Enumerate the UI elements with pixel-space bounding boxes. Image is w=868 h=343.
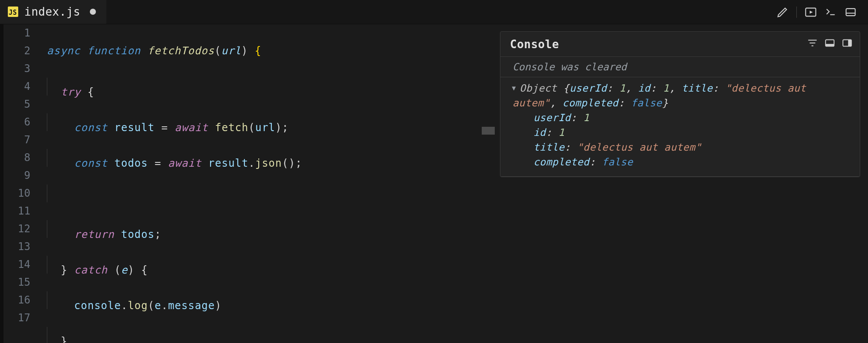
line-number: 12 (3, 220, 30, 238)
filter-icon[interactable] (807, 37, 818, 51)
line-number: 9 (3, 167, 30, 185)
console-header: Console (500, 32, 860, 57)
code-content[interactable]: async function fetchTodos(url) { try { c… (40, 24, 490, 343)
tab-bar: JS index.js (0, 0, 868, 24)
line-number: 4 (3, 78, 30, 96)
line-number: 15 (3, 274, 30, 291)
line-gutter: 1 2 3 4 5 6 7 8 9 10 11 12 13 14 15 16 1… (3, 24, 40, 343)
console-title: Console (510, 38, 559, 51)
line-number: 5 (3, 96, 30, 113)
line-number: 2 (3, 42, 30, 60)
js-file-icon: JS (8, 7, 18, 17)
panel-right-icon[interactable] (842, 37, 853, 51)
svg-rect-5 (848, 40, 852, 46)
file-tab-indexjs[interactable]: JS index.js (0, 0, 106, 24)
line-number: 16 (3, 291, 30, 309)
console-cleared-message: Console was cleared (500, 57, 860, 77)
line-number: 14 (3, 256, 30, 274)
main-split: 1 2 3 4 5 6 7 8 9 10 11 12 13 14 15 16 1… (0, 24, 868, 343)
line-number: 7 (3, 131, 30, 149)
unsaved-indicator-icon (90, 9, 96, 15)
line-number: 3 (3, 60, 30, 78)
editor-scrollbar-thumb[interactable] (482, 127, 495, 135)
code-editor[interactable]: 1 2 3 4 5 6 7 8 9 10 11 12 13 14 15 16 1… (0, 24, 490, 343)
line-number: 13 (3, 238, 30, 256)
file-tab-label: index.js (24, 5, 80, 18)
panel-bottom-icon[interactable] (824, 37, 835, 51)
console-log-entry[interactable]: ▾Object {userId: 1, id: 1, title: "delec… (500, 77, 860, 177)
line-number: 1 (3, 24, 30, 42)
app-root: JS index.js 1 2 3 (0, 0, 868, 343)
terminal-icon[interactable] (825, 6, 837, 18)
svg-rect-1 (846, 8, 855, 15)
play-icon[interactable] (805, 6, 817, 18)
svg-rect-3 (825, 44, 834, 46)
console-frame: Console Console was cleared ▾Object {use… (500, 31, 860, 177)
panel-icon[interactable] (845, 6, 857, 18)
line-number: 8 (3, 149, 30, 167)
line-number: 10 (3, 185, 30, 202)
console-body: Console was cleared ▾Object {userId: 1, … (500, 57, 860, 177)
line-number: 17 (3, 309, 30, 327)
toolbar-separator (796, 7, 797, 18)
edit-icon[interactable] (776, 6, 789, 18)
line-number: 6 (3, 113, 30, 131)
editor-toolbar (776, 0, 868, 24)
line-number: 11 (3, 202, 30, 220)
disclosure-triangle-icon[interactable]: ▾ (511, 80, 517, 95)
console-panel: Console Console was cleared ▾Object {use… (490, 24, 868, 343)
